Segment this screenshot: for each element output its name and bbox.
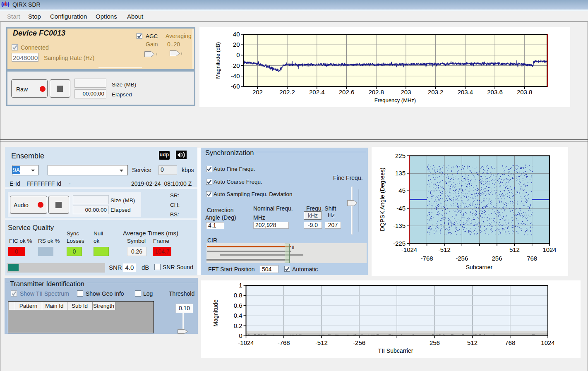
svg-text:DQPSK Angle (Degrees): DQPSK Angle (Degrees): [379, 168, 386, 231]
svg-text:203.8: 203.8: [517, 89, 533, 96]
svg-text:256: 256: [492, 255, 502, 262]
svg-text:0: 0: [236, 51, 240, 58]
svg-text:-512: -512: [315, 339, 328, 346]
svg-text:-20: -20: [231, 62, 240, 69]
svg-text:0.4: 0.4: [234, 312, 242, 319]
svg-text:-256: -256: [456, 255, 468, 262]
svg-text:-135: -135: [393, 222, 406, 229]
svg-text:1024: 1024: [541, 339, 554, 346]
svg-text:-768: -768: [278, 339, 290, 346]
svg-text:202: 202: [252, 89, 263, 96]
svg-text:40: 40: [233, 31, 240, 38]
svg-text:0: 0: [239, 332, 242, 339]
svg-text:202.6: 202.6: [339, 89, 355, 96]
svg-text:512: 512: [509, 246, 520, 253]
svg-text:TII Subcarrier: TII Subcarrier: [378, 347, 413, 354]
svg-text:0.6: 0.6: [234, 302, 242, 309]
svg-text:Subcarrier: Subcarrier: [466, 264, 493, 270]
svg-text:768: 768: [505, 339, 515, 346]
svg-text:202.4: 202.4: [309, 89, 325, 96]
svg-text:512: 512: [467, 339, 478, 346]
svg-text:-45: -45: [396, 205, 406, 212]
svg-text:0.8: 0.8: [234, 292, 242, 299]
svg-text:202.2: 202.2: [279, 89, 295, 96]
svg-text:-60: -60: [231, 83, 240, 90]
svg-text:-1024: -1024: [238, 339, 254, 346]
svg-text:0.2: 0.2: [234, 322, 242, 329]
svg-text:768: 768: [527, 255, 537, 262]
svg-text:-256: -256: [353, 339, 365, 346]
svg-text:135: 135: [395, 170, 406, 177]
svg-text:-768: -768: [421, 255, 433, 262]
svg-text:225: 225: [395, 152, 406, 159]
svg-text:Magnitude (dB): Magnitude (dB): [215, 42, 221, 79]
svg-text:203.4: 203.4: [458, 89, 473, 96]
svg-text:-512: -512: [438, 246, 451, 253]
svg-text:Magnitude: Magnitude: [212, 299, 219, 327]
svg-text:202.8: 202.8: [368, 89, 384, 96]
svg-text:45: 45: [398, 187, 406, 194]
svg-text:203: 203: [401, 89, 411, 96]
svg-text:-40: -40: [231, 72, 240, 79]
svg-text:Frequency (MHz): Frequency (MHz): [374, 97, 416, 103]
svg-text:256: 256: [430, 339, 440, 346]
svg-text:203.2: 203.2: [428, 89, 444, 96]
svg-text:1: 1: [239, 282, 242, 289]
svg-text:20: 20: [233, 41, 240, 48]
svg-text:203.6: 203.6: [487, 89, 503, 96]
svg-text:-1024: -1024: [401, 246, 417, 253]
svg-text:1024: 1024: [542, 246, 556, 253]
